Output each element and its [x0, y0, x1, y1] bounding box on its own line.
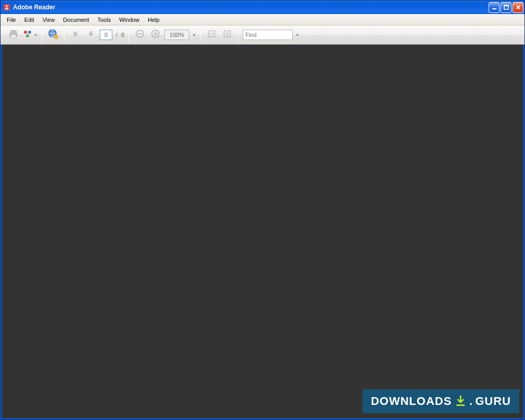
watermark-badge: DOWNLOADS . GURU [362, 389, 519, 413]
print-button[interactable] [7, 28, 20, 42]
zoom-out-button[interactable] [133, 28, 147, 42]
window-title: Adobe Reader [13, 4, 489, 11]
svg-rect-5 [11, 35, 16, 38]
menu-view[interactable]: View [38, 15, 59, 24]
document-area: DOWNLOADS . GURU [1, 45, 524, 419]
download-arrow-icon [454, 395, 467, 408]
page-nav-group: / 0 [65, 28, 127, 42]
upload-group [43, 28, 63, 42]
file-tools-group [4, 28, 41, 42]
zoom-value-text: 100% [169, 32, 184, 38]
svg-rect-3 [10, 30, 17, 33]
close-button[interactable] [513, 2, 523, 13]
app-window: Adobe Reader File Edit View Document Too… [0, 0, 525, 420]
zoom-group: 100% [130, 28, 199, 42]
maximize-button[interactable] [501, 2, 511, 13]
svg-point-7 [28, 31, 31, 34]
globe-upload-icon [47, 28, 59, 42]
minimize-button[interactable] [489, 2, 500, 13]
share-icon [22, 29, 33, 41]
svg-point-8 [26, 34, 29, 37]
find-input[interactable] [243, 30, 293, 40]
fit-width-button[interactable] [205, 28, 218, 42]
svg-rect-2 [504, 5, 508, 6]
printer-icon [8, 29, 19, 41]
menu-window[interactable]: Window [115, 15, 143, 24]
menu-document[interactable]: Document [59, 15, 93, 24]
next-page-button[interactable] [84, 28, 98, 42]
fit-width-icon [207, 29, 216, 41]
chevron-down-icon[interactable] [296, 33, 299, 37]
chevron-down-icon[interactable] [192, 33, 196, 37]
find-group [240, 30, 303, 40]
watermark-dot: . [469, 395, 473, 408]
fit-page-icon [222, 29, 232, 41]
toolbar: / 0 100% [1, 25, 524, 45]
page-number-input[interactable] [100, 30, 112, 40]
page-total: 0 [121, 32, 124, 38]
svg-rect-15 [155, 32, 156, 36]
svg-rect-12 [138, 33, 142, 34]
previous-page-button[interactable] [69, 28, 82, 42]
toolbar-separator [128, 28, 129, 42]
titlebar: Adobe Reader [1, 1, 524, 14]
arrow-up-icon [71, 29, 80, 41]
page-separator: / [114, 32, 119, 38]
fit-page-button[interactable] [220, 28, 234, 42]
chevron-down-icon [34, 33, 37, 37]
collaborate-button[interactable] [22, 28, 37, 42]
window-controls [489, 2, 523, 13]
svg-point-6 [24, 31, 27, 34]
fit-group [202, 28, 237, 42]
menubar: File Edit View Document Tools Window Hel… [1, 14, 524, 25]
toolbar-separator [200, 28, 201, 42]
toolbar-separator [42, 28, 42, 42]
toolbar-separator [238, 28, 239, 42]
svg-rect-19 [456, 404, 465, 406]
adobe-reader-icon [3, 3, 11, 11]
svg-rect-0 [492, 8, 496, 9]
minus-circle-icon [135, 29, 145, 41]
zoom-value-box[interactable]: 100% [164, 30, 189, 40]
plus-circle-icon [151, 29, 160, 41]
empty-document-background [2, 45, 523, 418]
menu-file[interactable]: File [3, 15, 20, 24]
zoom-in-button[interactable] [149, 28, 162, 42]
toolbar-separator [64, 28, 64, 42]
arrow-down-icon [86, 29, 96, 41]
svg-rect-18 [226, 32, 229, 35]
menu-edit[interactable]: Edit [20, 15, 38, 24]
watermark-text-guru: GURU [475, 395, 511, 408]
menu-tools[interactable]: Tools [94, 15, 115, 24]
upload-button[interactable] [46, 28, 60, 42]
menu-help[interactable]: Help [143, 15, 164, 24]
svg-rect-10 [54, 35, 58, 39]
watermark-text-downloads: DOWNLOADS [371, 395, 452, 408]
